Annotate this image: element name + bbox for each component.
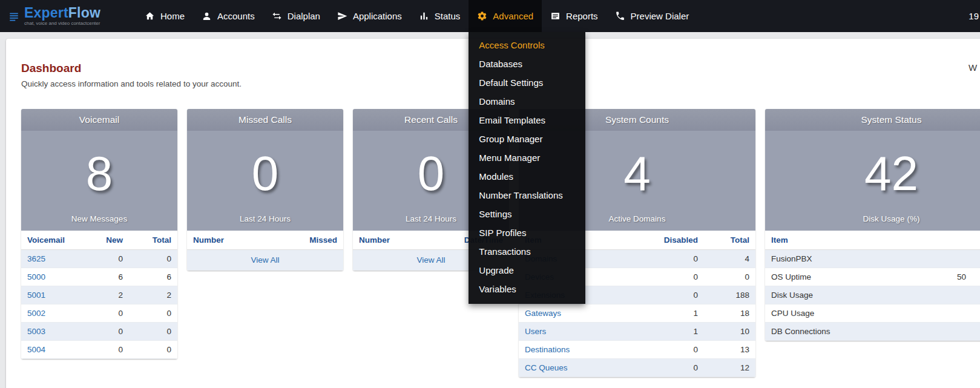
table-link[interactable]: Gateways — [525, 309, 561, 318]
gear-icon — [477, 11, 487, 21]
table-link[interactable]: 5004 — [27, 345, 45, 354]
main-nav: Home Accounts Dialplan Applications Stat… — [136, 0, 697, 32]
table-row: CPU Usage — [765, 304, 980, 323]
column-header — [951, 231, 980, 250]
nav-item-advanced[interactable]: Advanced Access ControlsDatabasesDefault… — [469, 0, 542, 32]
table-link[interactable]: CC Queues — [525, 363, 568, 372]
dropdown-item-modules[interactable]: Modules — [469, 167, 585, 186]
card-system-status: System Status 42 Disk Usage (%) ItemFusi… — [765, 109, 980, 341]
card-title: Voicemail — [21, 109, 177, 131]
dropdown-item-variables[interactable]: Variables — [469, 280, 585, 298]
nav-label: Advanced — [493, 11, 533, 21]
stat-label: Active Domains — [609, 214, 666, 231]
phone-icon — [615, 11, 625, 21]
card-voicemail: Voicemail 8 New Messages VoicemailNewTot… — [21, 109, 177, 359]
stat-label: Last 24 Hours — [406, 214, 456, 231]
missed-calls-table: NumberMissedView All — [187, 231, 343, 271]
column-header: Total — [704, 231, 755, 250]
recent-calls-count: 0 — [418, 133, 445, 214]
disk-usage-count: 42 — [864, 133, 918, 214]
user-icon — [202, 11, 212, 21]
dropdown-item-domains[interactable]: Domains — [469, 92, 585, 111]
table-row: 362500 — [21, 250, 177, 268]
welcome-text: W — [968, 62, 977, 73]
nav-item-status[interactable]: Status — [410, 0, 469, 32]
table-row: 500400 — [21, 341, 177, 359]
table-link[interactable]: Destinations — [525, 345, 570, 354]
table-link[interactable]: 5003 — [27, 327, 45, 336]
nav-label: Reports — [566, 11, 598, 21]
nav-label: Home — [160, 11, 185, 21]
column-header: Item — [765, 231, 951, 250]
table-row: 500066 — [21, 268, 177, 286]
brand-name: ExpertFlow — [24, 5, 100, 21]
stat-label: Last 24 Hours — [240, 214, 291, 231]
column-header: Number — [353, 231, 458, 250]
column-header: New — [84, 231, 129, 250]
table-link[interactable]: Users — [525, 327, 546, 336]
table-row: Disk Usage — [765, 286, 980, 304]
top-navbar: ExpertFlow chat, voice and video contact… — [0, 0, 980, 32]
nav-item-accounts[interactable]: Accounts — [193, 0, 263, 32]
bar-chart-icon — [419, 11, 429, 21]
table-row: Destinations013 — [519, 341, 755, 359]
nav-item-applications[interactable]: Applications — [329, 0, 410, 32]
dropdown-item-transactions[interactable]: Transactions — [469, 242, 585, 261]
nav-label: Applications — [353, 11, 402, 21]
missed-calls-count: 0 — [252, 133, 279, 214]
column-header: Number — [187, 231, 289, 250]
card-title: Missed Calls — [187, 109, 343, 131]
nav-label: Dialplan — [288, 11, 320, 21]
table-row: FusionPBX — [765, 250, 980, 268]
report-icon — [550, 11, 561, 21]
table-row: Users110 — [519, 323, 755, 341]
table-link[interactable]: 5000 — [27, 272, 45, 281]
dropdown-item-default-settings[interactable]: Default Settings — [469, 73, 585, 92]
table-link[interactable]: 5001 — [27, 291, 45, 300]
dropdown-item-menu-manager[interactable]: Menu Manager — [469, 148, 585, 167]
active-domains-count: 4 — [623, 133, 651, 214]
nav-label: Preview Dialer — [631, 11, 689, 21]
table-row: View All — [187, 250, 343, 271]
navbar-clock-partial: 19 — [968, 0, 980, 32]
swap-arrows-icon — [272, 11, 282, 21]
stat-label: Disk Usage (%) — [863, 214, 920, 231]
card-missed-calls: Missed Calls 0 Last 24 Hours NumberMisse… — [187, 109, 343, 271]
system-status-table: ItemFusionPBXOS Uptime50Disk UsageCPU Us… — [765, 231, 980, 341]
nav-item-preview-dialer[interactable]: Preview Dialer — [607, 0, 698, 32]
dropdown-item-upgrade[interactable]: Upgrade — [469, 261, 585, 280]
nav-label: Status — [435, 11, 461, 21]
nav-item-dialplan[interactable]: Dialplan — [263, 0, 329, 32]
nav-item-home[interactable]: Home — [136, 0, 193, 32]
table-row: 500200 — [21, 304, 177, 323]
stat-label: New Messages — [71, 214, 127, 231]
view-all-link[interactable]: View All — [251, 255, 279, 265]
table-row: 500122 — [21, 286, 177, 304]
table-link[interactable]: 3625 — [27, 254, 45, 263]
menu-lines-icon — [8, 11, 19, 22]
expertflow-logo[interactable]: ExpertFlow chat, voice and video contact… — [0, 0, 121, 32]
column-header: Total — [129, 231, 177, 250]
dropdown-item-number-translations[interactable]: Number Translations — [469, 186, 585, 205]
dropdown-item-email-templates[interactable]: Email Templates — [469, 111, 585, 130]
dropdown-item-access-controls[interactable]: Access Controls — [469, 36, 585, 54]
table-row: DB Connections — [765, 323, 980, 341]
brand-tagline: chat, voice and video contactcenter — [24, 21, 100, 26]
dropdown-item-settings[interactable]: Settings — [469, 205, 585, 223]
paper-plane-icon — [337, 11, 347, 21]
nav-label: Accounts — [217, 11, 255, 21]
home-icon — [145, 11, 155, 21]
dropdown-item-sip-profiles[interactable]: SIP Profiles — [469, 223, 585, 242]
voicemail-table: VoicemailNewTotal36250050006650012250020… — [21, 231, 177, 359]
table-link[interactable]: 5002 — [27, 309, 45, 318]
column-header: Missed — [289, 231, 343, 250]
table-row: Gateways118 — [519, 304, 755, 323]
dropdown-item-databases[interactable]: Databases — [469, 54, 585, 73]
table-row: OS Uptime50 — [765, 268, 980, 286]
nav-item-reports[interactable]: Reports — [542, 0, 607, 32]
column-header: Voicemail — [21, 231, 84, 250]
voicemail-count: 8 — [86, 133, 113, 214]
view-all-link[interactable]: View All — [416, 255, 445, 265]
dropdown-item-group-manager[interactable]: Group Manager — [469, 130, 585, 148]
table-row: CC Queues012 — [519, 359, 755, 377]
